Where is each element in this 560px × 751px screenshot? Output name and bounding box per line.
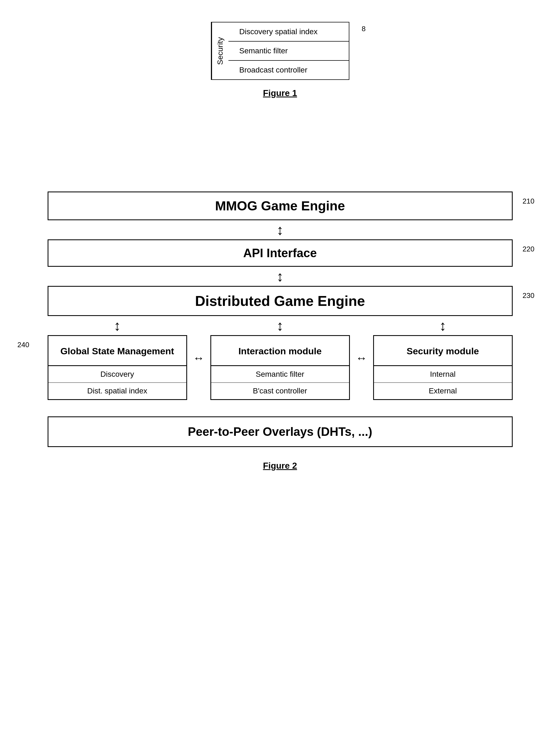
p2p-label: Peer-to-Peer Overlays (DHTs, ...) <box>188 425 372 438</box>
api-label: API Interface <box>243 246 317 260</box>
double-arrow-icon-5: ↕ <box>439 317 446 334</box>
arrow-api-to-distributed: ↕ <box>277 267 284 286</box>
security-label: Security <box>212 22 228 79</box>
arrow-interaction-security: ↔ <box>350 349 373 365</box>
row-discovery-spatial: Discovery spatial index <box>228 22 349 42</box>
arrow-gsm-interaction: ↔ <box>187 349 211 365</box>
double-arrow-icon-3: ↕ <box>114 317 121 334</box>
modules-row: 240 Global State Management Discovery Di… <box>47 335 513 400</box>
mmog-box: MMOG Game Engine <box>47 192 513 220</box>
horizontal-arrow-icon-2: ↔ <box>356 352 367 365</box>
distributed-box-wrapper: Distributed Game Engine 230 <box>47 286 513 316</box>
p2p-box: Peer-to-Peer Overlays (DHTs, ...) <box>47 416 513 447</box>
figure2-caption: Figure 2 <box>263 461 297 471</box>
ref-210: 210 <box>522 197 534 205</box>
security-title: Security module <box>374 336 512 366</box>
mmog-box-wrapper: MMOG Game Engine 210 <box>47 192 513 220</box>
security-sub-internal: Internal <box>374 366 512 383</box>
double-arrow-icon: ↕ <box>277 222 284 238</box>
ref-8-label: 8 <box>362 25 365 33</box>
double-arrow-icon-2: ↕ <box>277 268 284 284</box>
interaction-title: Interaction module <box>211 336 349 366</box>
gsm-sub-discovery: Discovery <box>48 366 186 383</box>
distributed-box: Distributed Game Engine <box>47 286 513 316</box>
figure1-caption: Figure 1 <box>263 88 297 98</box>
gsm-title: Global State Management <box>48 336 186 366</box>
figure2-container: MMOG Game Engine 210 ↕ API Interface 220… <box>47 192 513 471</box>
arrow-to-interaction: ↕ <box>211 316 350 335</box>
ref-220: 220 <box>522 245 534 253</box>
row-broadcast-controller: Broadcast controller <box>228 61 349 79</box>
ref-240: 240 <box>18 341 29 349</box>
figure1-container: Security Discovery spatial index Semanti… <box>211 22 349 98</box>
figure1-table: Security Discovery spatial index Semanti… <box>211 22 349 80</box>
interaction-sub-semantic: Semantic filter <box>211 366 349 383</box>
api-box: API Interface <box>47 239 513 267</box>
gsm-module-box: Global State Management Discovery Dist. … <box>47 335 187 400</box>
distributed-label: Distributed Game Engine <box>195 293 365 309</box>
arrow-to-gsm: ↕ <box>47 316 187 335</box>
interaction-module-box: Interaction module Semantic filter B'cas… <box>211 335 350 400</box>
api-box-wrapper: API Interface 220 <box>47 239 513 267</box>
interaction-sub-bcast: B'cast controller <box>211 383 349 399</box>
modules-arrows-row: ↕ ↕ ↕ <box>47 316 513 335</box>
security-sub-external: External <box>374 383 512 399</box>
gsm-sub-spatial: Dist. spatial index <box>48 383 186 399</box>
mmog-label: MMOG Game Engine <box>215 199 345 213</box>
ref-230: 230 <box>522 291 534 300</box>
arrow-to-security: ↕ <box>373 316 513 335</box>
arrow-mmog-to-api: ↕ <box>277 220 284 239</box>
security-module-box: Security module Internal External <box>373 335 513 400</box>
double-arrow-icon-4: ↕ <box>277 317 284 334</box>
figure1-rows: Discovery spatial index Semantic filter … <box>228 22 349 79</box>
horizontal-arrow-icon-1: ↔ <box>193 352 204 365</box>
row-semantic-filter: Semantic filter <box>228 42 349 61</box>
